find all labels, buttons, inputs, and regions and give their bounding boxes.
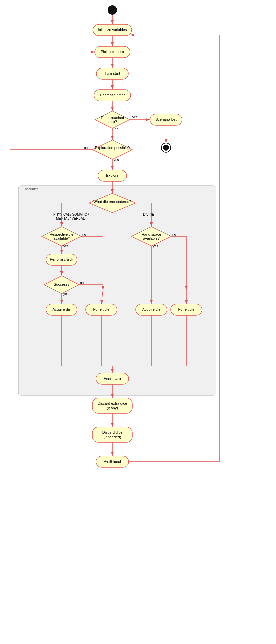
discard-needed-label2: (if needed) — [104, 435, 121, 439]
exploration-no-label: no — [84, 146, 88, 150]
explore-label: Explore — [106, 173, 118, 177]
scenario-lost-label: Scenario lost — [155, 117, 177, 121]
perform-check-label: Perform check — [50, 257, 73, 261]
physical-label2: MENTAL / VERBAL — [56, 217, 85, 220]
discard-extra-label1: Discard extra dice — [98, 401, 127, 405]
what-die-label: What die encountered? — [93, 200, 131, 204]
timer-yes-label: yes — [132, 115, 138, 119]
pick-hero-label: Pick next hero — [101, 50, 124, 54]
forfeit-die-left-label: Forfeit die — [93, 307, 110, 311]
terminal-inner — [163, 145, 169, 151]
respective-yes-label: yes — [63, 244, 69, 248]
divine-label: DIVINE — [143, 213, 154, 216]
arrow-exploration-no — [10, 52, 95, 150]
refill-hand-label: Refill hand — [104, 459, 121, 463]
discard-extra-label2: (if any) — [107, 406, 118, 410]
respective-no-label: no — [82, 233, 86, 236]
exploration-node — [92, 140, 132, 159]
timer-zero-label1: Timer reached — [101, 116, 124, 120]
hand-no-label: no — [172, 233, 176, 236]
hand-space-label1: Hand space — [142, 232, 161, 236]
physical-label1: PHYSICAL / SOMATIC / — [53, 213, 89, 216]
respective-die-label1: Respective die — [50, 232, 73, 236]
discard-needed-label1: Discard dice — [102, 430, 123, 434]
exploration-label1: Exploration possible? — [95, 146, 130, 150]
initialize-label: Initialize variables — [98, 28, 127, 32]
encounter-group-label: Encounter — [23, 187, 38, 191]
respective-die-label2: available? — [53, 236, 70, 240]
decrease-timer-label: Decrease timer — [100, 93, 125, 97]
acquire-die-left-label: Acquire die — [52, 307, 70, 311]
exploration-yes-label: yes — [114, 158, 119, 162]
start-node — [108, 5, 117, 15]
hand-yes-label: yes — [153, 244, 158, 248]
timer-no-label: no — [115, 127, 119, 131]
forfeit-die-right-label: Forfeit die — [178, 307, 195, 311]
success-yes-label: yes — [63, 292, 69, 296]
finish-turn-label: Finish turn — [104, 376, 121, 380]
flowchart-diagram: Initialize variables Pick next hero Turn… — [0, 0, 276, 644]
turn-start-label: Turn start — [105, 71, 120, 75]
success-label: Success? — [54, 282, 69, 286]
success-no-label: no — [80, 281, 84, 285]
hand-space-label2: available? — [143, 236, 160, 240]
timer-zero-label2: zero? — [108, 120, 117, 124]
acquire-die-right-label: Acquire die — [142, 307, 160, 311]
